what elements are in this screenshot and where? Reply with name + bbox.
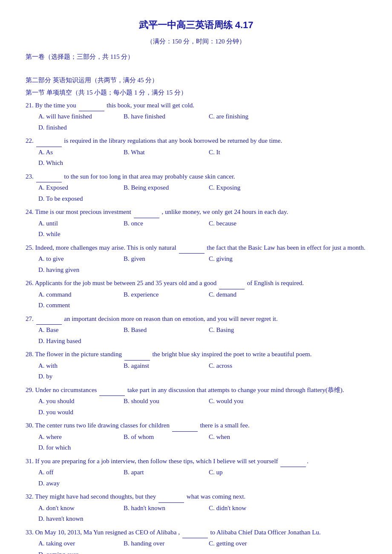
options-row-32: A. don't knowB. hadn't knownC. didn't kn… bbox=[26, 503, 366, 525]
question-text-28: 28. The flower in the picture standing t… bbox=[26, 349, 366, 361]
option-25-3: D. having given bbox=[38, 265, 119, 276]
section2-header: 第二部分 英语知识运用（共两节，满分 45 分） bbox=[26, 75, 366, 86]
options-row-25: A. to giveB. givenC. givingD. having giv… bbox=[26, 254, 366, 275]
question-31: 31. If you are preparing for a job inter… bbox=[26, 456, 366, 489]
options-row-29: A. you shouldB. should youC. would youD.… bbox=[26, 396, 366, 418]
option-28-3: D. by bbox=[38, 371, 119, 382]
options-row-33: A. taking overB. handing overC. getting … bbox=[26, 538, 366, 554]
option-27-3: D. Having based bbox=[38, 336, 119, 347]
question-27: 27. an important decision more on reason… bbox=[26, 314, 366, 347]
option-31-3: D. away bbox=[38, 478, 119, 489]
options-row-30: A. whereB. of whomC. whenD. for which bbox=[26, 432, 366, 453]
options-row-24: A. untilB. onceC. becauseD. while bbox=[26, 218, 366, 240]
options-row-23: A. ExposedB. Being exposedC. ExposingD. … bbox=[26, 182, 366, 204]
options-row-21: A. will have finishedB. have finishedC. … bbox=[26, 111, 366, 133]
option-23-3: D. To be exposed bbox=[38, 193, 119, 205]
section1-header: 第一卷（选择题；三部分，共 115 分） bbox=[26, 52, 366, 63]
option-26-3: D. comment bbox=[38, 300, 119, 311]
question-26: 26. Applicants for the job must be betwe… bbox=[26, 278, 366, 311]
option-27-0: A. Base bbox=[38, 325, 119, 336]
question-text-24: 24. Time is our most precious investment… bbox=[26, 207, 366, 218]
option-23-2: C. Exposing bbox=[209, 182, 290, 193]
question-text-29: 29. Under no circumstances take part in … bbox=[26, 385, 366, 396]
question-28: 28. The flower in the picture standing t… bbox=[26, 349, 366, 382]
option-26-1: B. experience bbox=[124, 289, 205, 300]
option-21-0: A. will have finished bbox=[38, 111, 119, 122]
options-row-31: A. offB. apartC. upD. away bbox=[26, 467, 366, 489]
option-22-3: D. Which bbox=[38, 158, 119, 169]
option-21-1: B. have finished bbox=[124, 111, 205, 122]
option-29-2: C. would you bbox=[209, 396, 290, 407]
section2-sub: 第一节 单项填空（共 15 小题；每小题 1 分，满分 15 分） bbox=[26, 87, 366, 98]
options-row-28: A. withB. againstC. acrossD. by bbox=[26, 361, 366, 382]
option-30-1: B. of whom bbox=[124, 432, 205, 443]
option-29-3: D. you would bbox=[38, 407, 119, 418]
option-21-3: D. finished bbox=[38, 122, 119, 133]
question-23: 23. to the sun for too long in that area… bbox=[26, 171, 366, 205]
option-27-2: C. Basing bbox=[209, 325, 290, 336]
option-24-2: C. because bbox=[209, 218, 290, 229]
option-33-3: D. coming over bbox=[38, 549, 119, 554]
question-text-22: 22. is required in the library regulatio… bbox=[26, 136, 366, 147]
option-30-2: C. when bbox=[209, 432, 290, 443]
question-25: 25. Indeed, more challenges may arise. T… bbox=[26, 242, 366, 276]
option-26-0: A. command bbox=[38, 289, 119, 300]
option-28-1: B. against bbox=[124, 361, 205, 372]
option-21-2: C. are finishing bbox=[209, 111, 290, 122]
option-25-2: C. giving bbox=[209, 254, 290, 265]
option-23-1: B. Being exposed bbox=[124, 182, 205, 193]
options-row-26: A. commandB. experienceC. demandD. comme… bbox=[26, 289, 366, 311]
option-24-0: A. until bbox=[38, 218, 119, 229]
options-row-27: A. BaseB. BasedC. BasingD. Having based bbox=[26, 325, 366, 346]
option-27-1: B. Based bbox=[124, 325, 205, 336]
question-30: 30. The center runs two life drawing cla… bbox=[26, 420, 366, 453]
question-29: 29. Under no circumstances take part in … bbox=[26, 385, 366, 418]
option-32-2: C. didn't know bbox=[209, 503, 290, 514]
option-25-0: A. to give bbox=[38, 254, 119, 265]
option-22-2: C. It bbox=[209, 147, 290, 158]
option-28-0: A. with bbox=[38, 361, 119, 372]
subtitle: （满分：150 分，时间：120 分钟） bbox=[26, 36, 366, 47]
option-31-0: A. off bbox=[38, 467, 119, 478]
option-31-2: C. up bbox=[209, 467, 290, 478]
option-30-0: A. where bbox=[38, 432, 119, 443]
option-24-3: D. while bbox=[38, 229, 119, 240]
question-32: 32. They might have had second thoughts,… bbox=[26, 491, 366, 525]
question-text-30: 30. The center runs two life drawing cla… bbox=[26, 420, 366, 432]
question-text-31: 31. If you are preparing for a job inter… bbox=[26, 456, 366, 467]
question-22: 22. is required in the library regulatio… bbox=[26, 136, 366, 169]
option-32-0: A. don't know bbox=[38, 503, 119, 514]
option-32-3: D. haven't known bbox=[38, 514, 119, 525]
question-text-21: 21. By the time you this book, your meal… bbox=[26, 100, 366, 112]
question-text-27: 27. an important decision more on reason… bbox=[26, 314, 366, 325]
option-24-1: B. once bbox=[124, 218, 205, 229]
option-33-0: A. taking over bbox=[38, 538, 119, 549]
option-31-1: B. apart bbox=[124, 467, 205, 478]
option-25-1: B. given bbox=[124, 254, 205, 265]
option-33-1: B. handing over bbox=[124, 538, 205, 549]
question-text-32: 32. They might have had second thoughts,… bbox=[26, 491, 366, 503]
question-21: 21. By the time you this book, your meal… bbox=[26, 100, 366, 133]
option-22-0: A. As bbox=[38, 147, 119, 158]
option-32-1: B. hadn't known bbox=[124, 503, 205, 514]
option-26-2: C. demand bbox=[209, 289, 290, 300]
question-text-25: 25. Indeed, more challenges may arise. T… bbox=[26, 242, 366, 254]
options-row-22: A. AsB. WhatC. ItD. Which bbox=[26, 147, 366, 169]
question-text-33: 33. On May 10, 2013, Ma Yun resigned as … bbox=[26, 527, 366, 539]
option-30-3: D. for which bbox=[38, 442, 119, 453]
question-33: 33. On May 10, 2013, Ma Yun resigned as … bbox=[26, 527, 366, 554]
question-24: 24. Time is our most precious investment… bbox=[26, 207, 366, 240]
option-23-0: A. Exposed bbox=[38, 182, 119, 193]
question-text-26: 26. Applicants for the job must be betwe… bbox=[26, 278, 366, 289]
option-28-2: C. across bbox=[209, 361, 290, 372]
page-title: 武平一中高三英语周练 4.17 bbox=[26, 17, 366, 33]
option-33-2: C. getting over bbox=[209, 538, 290, 549]
option-29-0: A. you should bbox=[38, 396, 119, 407]
option-22-1: B. What bbox=[124, 147, 205, 158]
question-text-23: 23. to the sun for too long in that area… bbox=[26, 171, 366, 183]
option-29-1: B. should you bbox=[124, 396, 205, 407]
